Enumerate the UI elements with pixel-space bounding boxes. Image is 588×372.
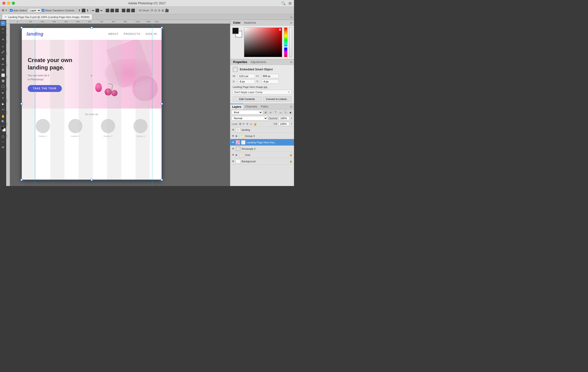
tool-shape[interactable]: ▭ xyxy=(0,107,6,112)
layers-panel-menu-icon[interactable]: ≡ xyxy=(288,104,294,109)
tool-dodge[interactable]: ◯ xyxy=(0,83,6,89)
layout-icon[interactable]: ⊞ xyxy=(289,1,292,5)
align-hcenter-icon[interactable]: ⬛ xyxy=(95,9,99,12)
properties-panel-menu-icon[interactable]: ≡ xyxy=(290,60,292,64)
tool-move[interactable]: ✛ xyxy=(0,21,6,26)
3d-icon4[interactable]: ⊕ xyxy=(161,9,164,12)
adjustments-tab[interactable]: Adjustments xyxy=(250,60,267,64)
3d-icon5[interactable]: 🎥 xyxy=(165,9,169,12)
tool-gradient[interactable]: ▦ xyxy=(0,78,6,83)
layer-item-background[interactable]: 👁 Background 🔒 xyxy=(230,158,294,165)
tool-marquee[interactable]: ▭ xyxy=(0,26,6,31)
tool-wand[interactable]: ✳ xyxy=(0,37,6,42)
tool-eyedropper[interactable]: 🖉 xyxy=(0,49,6,54)
fill-input[interactable] xyxy=(279,122,289,126)
paths-tab[interactable]: Paths xyxy=(259,104,270,109)
layer-visibility-hero[interactable]: 👁 xyxy=(232,141,234,144)
hero-cta-button[interactable]: TAKE THE TOUR xyxy=(28,85,62,92)
type-filter-icon[interactable]: T xyxy=(273,110,278,114)
maximize-button[interactable] xyxy=(12,2,15,5)
tool-extra3[interactable]: ⇄ xyxy=(0,145,6,150)
distribute2-icon[interactable]: ⬛ xyxy=(110,9,114,12)
x-input[interactable] xyxy=(238,79,255,84)
smart-filter-icon[interactable]: 📎 xyxy=(283,110,288,114)
layer-visibility-background[interactable]: 👁 xyxy=(232,160,234,163)
y-input[interactable] xyxy=(262,79,279,84)
distribute3-icon[interactable]: ⬛ xyxy=(115,9,119,12)
opacity-dropdown-icon[interactable]: ▼ xyxy=(290,117,293,119)
tool-eraser[interactable]: ⬜ xyxy=(0,73,6,78)
pixel-filter-icon[interactable]: ⊞ xyxy=(263,110,268,114)
align-right-icon[interactable]: ➡ xyxy=(100,9,103,12)
3d-icon2[interactable]: ⊙ xyxy=(154,9,157,12)
color-gradient-field[interactable] xyxy=(244,28,282,57)
shape-filter-icon[interactable]: ▭ xyxy=(278,110,283,114)
handle-bc[interactable] xyxy=(91,179,93,181)
opacity-input[interactable] xyxy=(279,116,290,120)
move-tool-group[interactable]: ✛ ▼ xyxy=(1,8,7,12)
lock-move-icon[interactable]: ✛ xyxy=(246,122,249,126)
handle-bl[interactable] xyxy=(21,179,22,181)
canvas-viewport[interactable]: landing ABOUT PRODUCTS SIGN IN Create yo… xyxy=(10,24,230,186)
lock-artboard-icon[interactable]: ▭ xyxy=(250,122,252,126)
blend-mode-select[interactable]: Normal xyxy=(232,116,268,120)
layer-item-landing[interactable]: 👁 T landing xyxy=(230,127,294,133)
color-tab[interactable]: Color xyxy=(232,21,242,24)
distribute-icon[interactable]: ⬛ xyxy=(105,9,109,12)
fg-bg-color[interactable] xyxy=(0,126,6,131)
3d-icon1[interactable]: ⟳ xyxy=(151,9,154,12)
swatches-tab[interactable]: Swatches xyxy=(243,21,257,24)
convert-linked-button[interactable]: Convert to Linked... xyxy=(263,96,292,102)
auto-select-checkbox[interactable]: Auto-Select: xyxy=(10,9,28,12)
layer-expand-grid[interactable]: ▶ xyxy=(236,154,238,156)
align-top-icon[interactable]: ⬆ xyxy=(78,9,81,12)
layer-item-grid[interactable]: 👁 ▶ 📁 Grid 🔒 xyxy=(230,152,294,158)
color-panel-menu-icon[interactable]: ≡ xyxy=(290,21,292,25)
layer-item-rect2[interactable]: 👁 Rectangle 2 xyxy=(230,146,294,152)
tool-brush[interactable]: ✏ xyxy=(0,62,6,67)
tool-stamp[interactable]: ⊚ xyxy=(0,67,6,72)
align-vcenter-icon[interactable]: ⬛ xyxy=(82,9,85,12)
align-left-icon[interactable]: ⬅ xyxy=(92,9,94,12)
tool-zoom[interactable]: 🔍 xyxy=(0,119,6,124)
fg-bg-swatch[interactable] xyxy=(232,28,242,37)
document-tab[interactable]: ✕ Landing Page Day 5.psd @ 145% (Landing… xyxy=(2,14,92,20)
tab-close-icon[interactable]: ✕ xyxy=(4,15,7,19)
align-bottom-icon[interactable]: ⬇ xyxy=(86,9,89,12)
search-icon[interactable]: 🔍 xyxy=(281,1,286,5)
fill-dropdown-icon[interactable]: ▼ xyxy=(290,123,293,125)
layer-expand-group3[interactable]: ▶ xyxy=(236,135,238,137)
extra-icon1[interactable]: ⬛ xyxy=(122,9,126,12)
minimize-button[interactable] xyxy=(7,2,10,5)
layer-visibility-rect2[interactable]: 👁 xyxy=(232,147,234,150)
layers-tab[interactable]: Layers xyxy=(230,104,243,109)
extra-icon3[interactable]: ⬛ xyxy=(131,9,135,12)
adjustment-filter-icon[interactable]: ⊙ xyxy=(268,110,273,114)
tool-path-select[interactable]: ▶ xyxy=(0,101,6,106)
extra-icon2[interactable]: ⬛ xyxy=(126,9,130,12)
width-input[interactable] xyxy=(238,74,255,78)
layer-comp-dropdown[interactable]: Don't Apply Layer Comp ▼ xyxy=(233,90,292,95)
handle-br[interactable] xyxy=(161,179,163,181)
tool-pen[interactable]: ✒ xyxy=(0,90,6,96)
edit-contents-button[interactable]: Edit Contents xyxy=(233,96,262,102)
lock-all-icon[interactable]: 🔒 xyxy=(253,122,257,126)
filter-toggle-icon[interactable]: ◉ xyxy=(288,110,293,114)
height-input[interactable] xyxy=(262,74,279,78)
tool-healing[interactable]: ⊕ xyxy=(0,56,6,61)
layer-item-hero[interactable]: 👁 📎 Landing Page Hero Ima... xyxy=(230,139,294,146)
auto-select-dropdown[interactable]: Layer xyxy=(28,8,41,12)
show-transform-checkbox[interactable]: Show Transform Controls xyxy=(42,9,74,12)
panel-expand-icon[interactable]: » xyxy=(288,14,294,20)
layer-item-group3[interactable]: 👁 ▶ 📁 Group 3 xyxy=(230,133,294,139)
lock-px-icon[interactable]: ⊞ xyxy=(239,122,242,126)
tool-lasso[interactable]: ⌒ xyxy=(0,32,6,37)
tool-extra1[interactable]: ◻ xyxy=(0,134,6,139)
kind-select[interactable]: Kind xyxy=(232,110,263,115)
color-spectrum-bar[interactable] xyxy=(284,28,287,57)
layer-visibility-grid[interactable]: 👁 xyxy=(232,153,234,157)
tool-extra2[interactable]: ⋯ xyxy=(0,139,6,144)
layer-visibility-landing[interactable]: 👁 xyxy=(232,128,234,131)
3d-icon3[interactable]: ✛ xyxy=(158,9,161,12)
tool-type[interactable]: T xyxy=(0,96,6,101)
